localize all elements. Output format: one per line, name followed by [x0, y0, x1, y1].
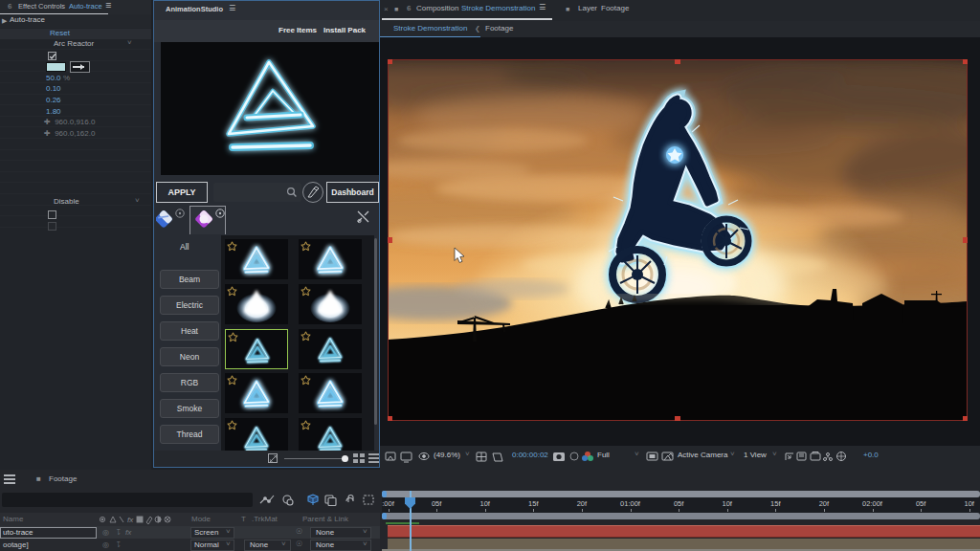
- svg-text:fx: fx: [127, 516, 134, 524]
